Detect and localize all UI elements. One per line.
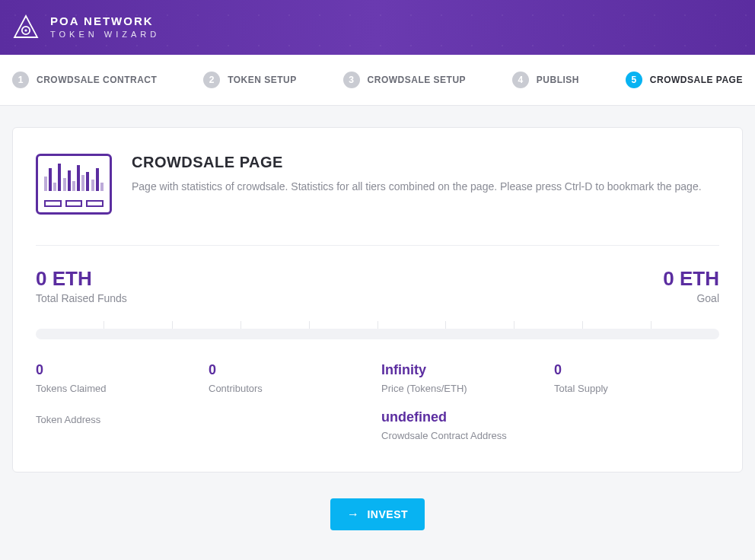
step-number-icon: 5 (626, 72, 642, 88)
stat-label: Price (Tokens/ETH) (381, 383, 546, 394)
step-label: CROWDSALE PAGE (650, 75, 743, 85)
stat-label: Total Supply (554, 383, 719, 394)
invest-button[interactable]: → INVEST (330, 498, 425, 530)
divider (36, 245, 719, 246)
crowdsale-card: CROWDSALE PAGE Page with statistics of c… (12, 127, 743, 473)
step-label: CROWDSALE SETUP (368, 75, 467, 85)
step-publish[interactable]: 4 PUBLISH (512, 72, 579, 88)
stat-crowdsale-address: undefined Crowdsale Contract Address (381, 409, 546, 441)
step-label: TOKEN SETUP (228, 75, 297, 85)
step-label: CROWDSALE CONTRACT (37, 75, 157, 85)
statistics-chart-icon (36, 154, 112, 215)
stat-value: 0 (554, 362, 719, 378)
page-description: Page with statistics of crowdsale. Stati… (132, 179, 702, 195)
invest-button-label: INVEST (367, 508, 408, 520)
step-crowdsale-contract[interactable]: 1 CROWDSALE CONTRACT (12, 72, 157, 88)
stat-label: Token Address (36, 414, 201, 425)
step-number-icon: 2 (203, 72, 220, 88)
step-token-setup[interactable]: 2 TOKEN SETUP (203, 72, 297, 88)
goal-value: 0 ETH (663, 267, 719, 291)
app-header: POA NETWORK TOKEN WIZARD (0, 0, 755, 55)
stat-label: Tokens Claimed (36, 383, 201, 394)
page-title: CROWDSALE PAGE (132, 154, 702, 171)
stat-value: 0 (209, 362, 374, 378)
stat-total-supply: 0 Total Supply (554, 362, 719, 394)
step-number-icon: 4 (512, 72, 529, 88)
stat-price: Infinity Price (Tokens/ETH) (381, 362, 546, 394)
brand-subtitle: TOKEN WIZARD (50, 30, 160, 40)
stat-value: Infinity (381, 362, 546, 378)
stat-token-address: Token Address (36, 409, 201, 441)
poa-logo-icon (12, 14, 40, 41)
spacer (554, 409, 719, 441)
progress-bar (36, 321, 719, 339)
stat-value: 0 (36, 362, 201, 378)
step-crowdsale-page[interactable]: 5 CROWDSALE PAGE (626, 72, 743, 88)
stat-tokens-claimed: 0 Tokens Claimed (36, 362, 201, 394)
arrow-right-icon: → (347, 508, 360, 521)
stat-value: undefined (381, 409, 546, 425)
step-number-icon: 1 (12, 72, 29, 88)
stat-contributors: 0 Contributors (209, 362, 374, 394)
brand-logo[interactable]: POA NETWORK TOKEN WIZARD (12, 14, 160, 41)
step-label: PUBLISH (537, 75, 579, 85)
stat-label: Crowdsale Contract Address (381, 430, 546, 441)
spacer (209, 409, 374, 441)
step-number-icon: 3 (343, 72, 360, 88)
svg-point-1 (24, 29, 27, 31)
step-crowdsale-setup[interactable]: 3 CROWDSALE SETUP (343, 72, 467, 88)
goal-label: Goal (663, 292, 719, 304)
total-raised-value: 0 ETH (36, 267, 127, 291)
brand-title: POA NETWORK (50, 15, 160, 27)
wizard-steps-bar: 1 CROWDSALE CONTRACT 2 TOKEN SETUP 3 CRO… (0, 55, 755, 106)
stat-label: Contributors (209, 383, 374, 394)
total-raised-label: Total Raised Funds (36, 292, 127, 304)
